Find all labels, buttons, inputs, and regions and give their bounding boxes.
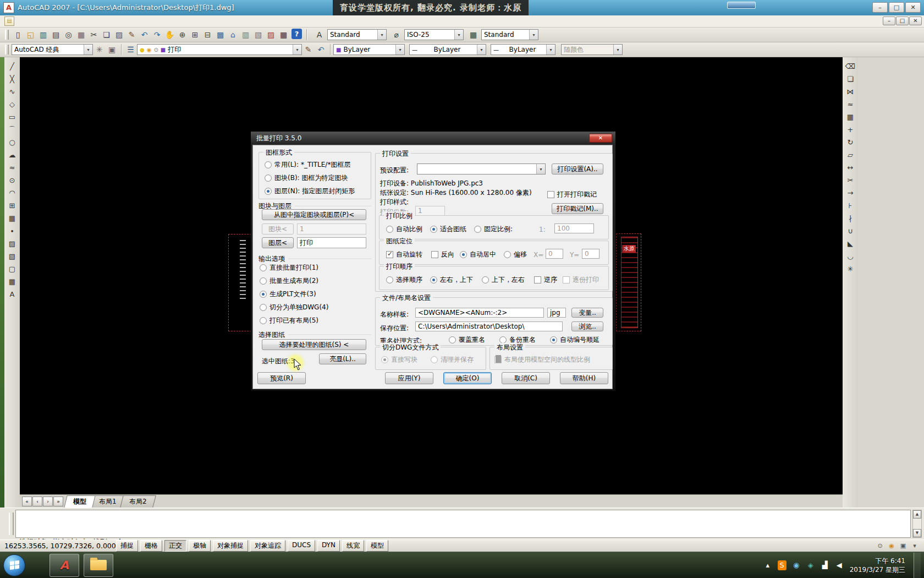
radio-output-direct[interactable]: 直接批量打印(1) xyxy=(260,263,328,272)
zoom-window-icon[interactable]: ⊞ xyxy=(189,29,201,41)
volume-icon[interactable]: ◀ xyxy=(835,560,844,570)
reverse-checkbox[interactable]: 反向 xyxy=(431,250,454,259)
text-style-dropdown[interactable]: Standard ▾ xyxy=(327,29,387,40)
workspace-settings-icon[interactable]: ✳ xyxy=(93,43,106,56)
dialog-close-button[interactable]: ✕ xyxy=(589,134,612,143)
mdi-restore-button[interactable]: □ xyxy=(896,17,909,25)
color-dropdown[interactable]: ■ ByLayer ▾ xyxy=(333,44,405,55)
layer-manager-icon[interactable]: ☰ xyxy=(124,43,137,56)
radio-frame-common[interactable]: 常用(L): *_TITLE/*图框层 xyxy=(265,160,355,170)
radio-order-pick[interactable]: 选择顺序 xyxy=(386,275,422,285)
table-style-icon[interactable]: ▦ xyxy=(467,29,480,41)
polygon-icon[interactable]: ◇ xyxy=(6,98,19,111)
menu-window[interactable] xyxy=(106,20,116,23)
security-icon[interactable]: ◈ xyxy=(806,560,815,570)
offset-icon[interactable]: ≈ xyxy=(844,98,857,111)
toggle-snap[interactable]: 捕捉 xyxy=(116,540,138,552)
dim-style-icon[interactable]: ⌀ xyxy=(390,29,403,41)
plot-settings-button[interactable]: 打印设置(A).. xyxy=(552,163,603,175)
scroll-down-icon[interactable]: ▼ xyxy=(913,529,921,537)
cancel-button[interactable]: 取消(C) xyxy=(502,372,550,384)
browse-button[interactable]: 浏览.. xyxy=(571,321,603,331)
menu-edit[interactable] xyxy=(26,20,36,23)
menu-draw[interactable] xyxy=(76,20,86,23)
close-button[interactable]: ✕ xyxy=(905,2,921,13)
toolbar-grip[interactable] xyxy=(5,30,9,40)
status-note-icon[interactable]: ▣ xyxy=(898,542,908,549)
layer-name-field[interactable]: 打印 xyxy=(297,237,366,248)
extension-field[interactable]: jpg xyxy=(547,308,566,318)
taskbar-clock[interactable]: 下午 6:41 2019/3/27 星期三 xyxy=(850,557,905,574)
rotate-icon[interactable]: ↻ xyxy=(844,136,857,149)
table-style-dropdown[interactable]: Standard ▾ xyxy=(481,29,538,40)
text-style-icon[interactable]: A xyxy=(313,29,326,41)
plot-stamp-button[interactable]: 打印戳记(M).. xyxy=(552,203,603,214)
toggle-osnap[interactable]: 对象捕捉 xyxy=(213,540,248,552)
break-icon[interactable]: ∤ xyxy=(844,212,857,225)
move-icon[interactable]: + xyxy=(844,123,857,136)
taskbar-autocad-button[interactable]: A xyxy=(50,554,79,577)
spline-icon[interactable]: ≈ xyxy=(6,161,19,174)
revcloud-icon[interactable]: ☁ xyxy=(6,149,19,161)
scale-icon[interactable]: ▱ xyxy=(844,149,857,161)
menu-view[interactable] xyxy=(36,20,46,23)
radio-auto-center[interactable]: 自动居中 xyxy=(460,250,496,259)
undo-icon[interactable]: ↶ xyxy=(138,29,151,41)
status-menu-arrow-icon[interactable]: ▾ xyxy=(910,542,920,549)
layer-previous-icon[interactable]: ↶ xyxy=(315,43,327,56)
markup-manager-icon[interactable]: ▨ xyxy=(265,29,277,41)
rectangle-icon[interactable]: ▭ xyxy=(6,111,19,123)
highlight-button[interactable]: 亮显(L).. xyxy=(319,353,366,364)
toggle-model[interactable]: 模型 xyxy=(366,540,388,552)
tab-nav-last[interactable]: » xyxy=(53,497,63,506)
publish-icon[interactable]: ▦ xyxy=(75,29,87,41)
ellipse-arc-icon[interactable]: ◠ xyxy=(6,187,19,199)
tray-expand-icon[interactable]: ▴ xyxy=(763,560,772,570)
auto-rotate-checkbox[interactable]: 自动旋转 xyxy=(386,250,422,259)
tab-nav-first[interactable]: « xyxy=(22,497,32,506)
paste-icon[interactable]: ▨ xyxy=(113,29,125,41)
insert-block-icon[interactable]: ⊞ xyxy=(6,199,19,212)
variables-button[interactable]: 变量.. xyxy=(571,308,603,318)
radio-scale-auto[interactable]: 自动比例 xyxy=(386,225,422,234)
menu-file[interactable] xyxy=(16,20,26,23)
radio-output-layouts[interactable]: 批量生成布局(2) xyxy=(260,276,328,286)
toolbar-grip[interactable] xyxy=(5,45,9,54)
taskbar-explorer-button[interactable] xyxy=(84,554,113,577)
toggle-grid[interactable]: 栅格 xyxy=(140,540,162,552)
designcenter-icon[interactable]: ⌂ xyxy=(227,29,239,41)
start-button[interactable] xyxy=(3,554,25,576)
mdi-minimize-button[interactable]: – xyxy=(883,17,895,25)
chamfer-icon[interactable]: ◣ xyxy=(844,237,857,250)
name-template-field[interactable]: <DWGNAME><ANum:-:2> xyxy=(415,308,544,318)
menu-format[interactable] xyxy=(56,20,66,23)
maximize-button[interactable]: □ xyxy=(889,2,904,13)
command-window-grip[interactable] xyxy=(9,512,14,535)
zoom-previous-icon[interactable]: ⊟ xyxy=(201,29,214,41)
radio-frame-layer[interactable]: 图层(N): 指定图层封闭矩形 xyxy=(265,187,355,196)
menu-modify[interactable] xyxy=(96,20,106,23)
radio-output-plt[interactable]: 生成PLT文件(3) xyxy=(260,290,328,299)
table-icon[interactable]: ▦ xyxy=(6,275,19,288)
comm-center-icon[interactable]: ◉ xyxy=(887,542,897,549)
toggle-lwt[interactable]: 线宽 xyxy=(342,540,364,552)
workspace-save-icon[interactable]: ▣ xyxy=(106,43,118,56)
specify-from-drawing-button[interactable]: 从图中指定图块或图层(P)< xyxy=(262,209,366,220)
toolbar-lock-icon[interactable]: ⊙ xyxy=(875,542,885,549)
radio-offset[interactable]: 偏移 xyxy=(504,250,527,259)
layer-pick-button[interactable]: 图层< xyxy=(262,237,294,248)
construction-line-icon[interactable]: ╳ xyxy=(6,73,19,85)
region-icon[interactable]: ▢ xyxy=(6,263,19,275)
preset-dropdown[interactable]: ▾ xyxy=(417,163,546,175)
zoom-realtime-icon[interactable]: ⊕ xyxy=(176,29,189,41)
pan-icon[interactable]: ✋ xyxy=(163,29,176,41)
mdi-close-button[interactable]: ✕ xyxy=(909,17,922,25)
match-properties-icon[interactable]: ✎ xyxy=(125,29,138,41)
command-history[interactable]: 选择对象: 指定对角点: 找到 3 个 选择对象: xyxy=(15,510,911,538)
select-sheets-button[interactable]: 选择要处理的图纸(S) < xyxy=(262,339,366,350)
tab-nav-next[interactable]: › xyxy=(43,497,53,506)
network-icon[interactable]: ▟ xyxy=(821,560,829,570)
radio-frame-block[interactable]: 图块(B): 图框为特定图块 xyxy=(265,173,355,183)
quickcalc-icon[interactable]: ▦ xyxy=(277,29,290,41)
properties-icon[interactable]: ▩ xyxy=(214,29,227,41)
